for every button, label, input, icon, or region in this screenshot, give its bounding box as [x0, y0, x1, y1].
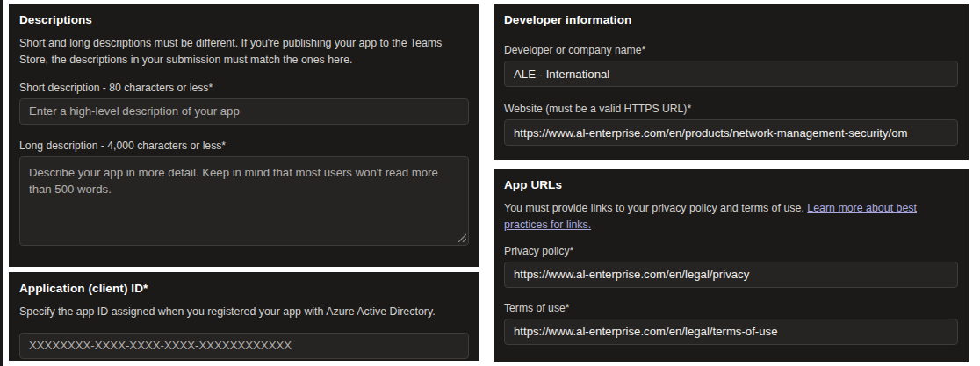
descriptions-panel: Descriptions Short and long descriptions… [9, 4, 479, 267]
developer-information-panel: Developer information Developer or compa… [494, 4, 969, 160]
short-description-label: Short description - 80 characters or les… [19, 82, 469, 94]
developer-information-title: Developer information [504, 12, 958, 27]
app-urls-intro: You must provide links to your privacy p… [504, 200, 958, 233]
short-description-input[interactable] [19, 98, 469, 125]
privacy-policy-label: Privacy policy* [504, 245, 958, 257]
long-description-label: Long description - 4,000 characters or l… [19, 140, 469, 152]
long-description-wrapper [19, 156, 469, 246]
application-id-intro: Specify the app ID assigned when you reg… [19, 304, 469, 320]
descriptions-title: Descriptions [19, 12, 469, 27]
privacy-policy-input[interactable] [504, 262, 958, 288]
terms-of-use-label: Terms of use* [504, 302, 958, 314]
app-urls-title: App URLs [504, 177, 958, 192]
website-input[interactable] [504, 119, 958, 146]
application-id-panel: Application (client) ID* Specify the app… [9, 272, 479, 361]
developer-name-input[interactable] [504, 61, 958, 87]
application-id-input[interactable] [19, 333, 469, 359]
screen-edge-strip [0, 0, 3, 366]
app-urls-panel: App URLs You must provide links to your … [494, 169, 969, 362]
terms-of-use-input[interactable] [504, 319, 958, 345]
long-description-textarea[interactable] [19, 156, 469, 246]
app-urls-intro-text: You must provide links to your privacy p… [504, 202, 807, 214]
descriptions-intro: Short and long descriptions must be diff… [19, 35, 469, 68]
website-label: Website (must be a valid HTTPS URL)* [504, 103, 958, 115]
developer-name-label: Developer or company name* [504, 44, 958, 56]
application-id-title: Application (client) ID* [19, 281, 469, 296]
